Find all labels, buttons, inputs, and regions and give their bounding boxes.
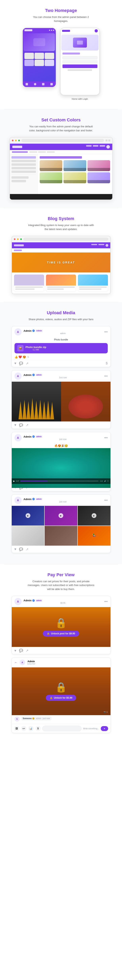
ppv1-like-icon[interactable]: ♥ bbox=[14, 649, 16, 652]
food-post-user-info: Admin ✓ admin Just now bbox=[23, 374, 102, 379]
food-like-icon[interactable]: ♥ bbox=[14, 423, 16, 427]
ppv1-user-info: Admin ✓ admin $9.95 bbox=[23, 599, 102, 604]
ppv1-avatar: A bbox=[14, 598, 22, 605]
grid-play-1[interactable]: ▶ bbox=[26, 513, 30, 518]
fullscreen-icon[interactable]: ⛶ bbox=[107, 480, 109, 482]
ppv1-share-icon[interactable]: ↗ bbox=[26, 649, 28, 652]
food-more-icon[interactable]: ••• bbox=[104, 374, 108, 378]
message-input-bar: 🖼 GIF 📊 $ Write something... ➤ bbox=[12, 724, 111, 733]
progress-fill bbox=[20, 481, 48, 481]
ppv1-comment-icon[interactable]: 💬 bbox=[19, 649, 23, 652]
file-name: Photo bundle zip bbox=[26, 346, 47, 348]
phone-right-label: Home with Login bbox=[60, 98, 100, 100]
creator-card-2 bbox=[64, 160, 86, 171]
ppv2-locked: 🔒 🔓 Unlock for $5.99 📷 1 bbox=[12, 667, 111, 715]
browser-dot-red bbox=[12, 140, 14, 141]
creator-card-3 bbox=[88, 160, 110, 171]
photo-attach-btn[interactable]: 🖼 bbox=[14, 726, 19, 731]
fries-image bbox=[12, 382, 61, 422]
zip-post-card: A Admin ✓ Admin admin ••• Photo bundle 📦… bbox=[11, 326, 111, 367]
zip-share-icon[interactable]: ↗ bbox=[26, 361, 28, 365]
creator-card-5 bbox=[64, 172, 86, 183]
grid-post-meta: just now bbox=[23, 501, 102, 503]
grid-like-icon[interactable]: ♥ bbox=[14, 547, 16, 551]
ppv-desc: Creators can set prices for their posts,… bbox=[27, 579, 95, 591]
blog-card-3 bbox=[78, 274, 108, 292]
homepage-phones-wrapper: Home with Login bbox=[4, 28, 118, 101]
phone-left bbox=[22, 28, 56, 88]
phone-right-banner bbox=[61, 35, 99, 51]
gif-attach-btn[interactable]: GIF bbox=[21, 726, 27, 731]
ppv-post-2: ← A Admin subscriber 🔒 🔓 Unlock for $5.9… bbox=[11, 657, 111, 733]
grid-comment-icon[interactable]: 💬 bbox=[19, 547, 23, 551]
creator-card-6 bbox=[88, 172, 110, 183]
ppv2-nav-header: ← A Admin subscriber bbox=[12, 658, 111, 667]
attach-icons-row: 🖼 GIF 📊 $ bbox=[14, 726, 41, 731]
blog-hero-text: TIME IS GREAT bbox=[47, 261, 75, 264]
phone-right-nav bbox=[61, 28, 99, 34]
browser-content bbox=[10, 154, 112, 194]
ppv1-more-icon[interactable]: ••• bbox=[104, 600, 108, 603]
ppv2-media-count: 📷 1 bbox=[103, 711, 108, 713]
poll-attach-btn[interactable]: 📊 bbox=[28, 726, 33, 731]
video-post-card: A Admin ✓ admin just now ••• 🔥😍🎉😊 ▶ ▶ 0:… bbox=[11, 432, 111, 491]
blog-nav bbox=[12, 242, 110, 248]
ppv2-back-icon[interactable]: ← bbox=[14, 661, 18, 664]
phone-left-banner bbox=[23, 33, 55, 51]
video-play-icon[interactable]: ▶ bbox=[13, 480, 15, 482]
grid-post-user-info: Admin ✓ admin just now bbox=[23, 498, 102, 503]
grid-cell-6: 🦆 bbox=[78, 526, 111, 546]
volume-icon[interactable]: 🔊 bbox=[104, 480, 106, 482]
zip-post-header: A Admin ✓ Admin admin ••• bbox=[12, 326, 111, 337]
grid-cell-5 bbox=[45, 526, 77, 546]
browser-sidebar bbox=[10, 154, 38, 194]
progress-bar[interactable] bbox=[20, 481, 99, 481]
zip-comment-icon[interactable]: 💬 bbox=[19, 361, 23, 365]
browser-nav bbox=[10, 144, 112, 150]
browser-dot-yellow bbox=[15, 140, 17, 141]
comment-row-1: S Someone 😊 admin just now bbox=[14, 716, 108, 722]
video-emojis: 🔥😍🎉😊 bbox=[12, 443, 111, 448]
food-post-meta: Just now bbox=[23, 377, 102, 379]
grid-verified-badge: ✓ bbox=[32, 498, 35, 500]
food-post-actions: ♥ 💬 ↗ bbox=[12, 422, 111, 429]
video-player[interactable]: ▶ ▶ 0:47 1:12 🔊 ⛶ bbox=[12, 448, 111, 484]
zip-reactions: 👍 ❤️ 😍 5 bbox=[12, 354, 111, 360]
video-time-current: 0:47 bbox=[16, 480, 19, 482]
ppv2-header-info: Admin subscriber bbox=[27, 660, 36, 665]
video-post-user-info: Admin ✓ admin just now bbox=[23, 435, 102, 441]
video-more-icon[interactable]: ••• bbox=[104, 436, 108, 439]
grid-play-2[interactable]: ▶ bbox=[58, 513, 63, 518]
zip-post-actions: ♥ 💬 ↗ $ bbox=[12, 360, 111, 367]
blog-desc: Integrated Blog system to keep your user… bbox=[27, 223, 95, 231]
zip-more-icon[interactable]: ••• bbox=[104, 330, 108, 334]
ppv1-unlock-btn[interactable]: 🔓 Unlock post for $9.95 bbox=[43, 631, 79, 636]
dollar-attach-btn[interactable]: $ bbox=[36, 726, 41, 731]
food-share-icon[interactable]: ↗ bbox=[26, 423, 28, 427]
photo-bundle-label: Photo bundle bbox=[12, 337, 111, 342]
login-form-mock bbox=[61, 51, 99, 72]
zip-like-icon[interactable]: ♥ bbox=[14, 361, 16, 365]
burger-image bbox=[61, 382, 111, 422]
grid-share-icon[interactable]: ↗ bbox=[26, 547, 28, 551]
grid-post-username: Admin ✓ admin bbox=[23, 498, 102, 501]
message-input[interactable] bbox=[42, 726, 82, 731]
grid-post-header: A Admin ✓ admin just now ••• bbox=[12, 495, 111, 506]
food-comment-icon[interactable]: 💬 bbox=[19, 423, 23, 427]
file-size: 5.2 MB bbox=[26, 348, 47, 351]
ppv2-unlock-btn[interactable]: 🔓 Unlock for $5.99 bbox=[46, 695, 77, 701]
grid-more-icon[interactable]: ••• bbox=[104, 498, 108, 502]
browser-address-bar bbox=[22, 139, 104, 142]
browser-subnav bbox=[10, 150, 112, 154]
send-btn[interactable]: ➤ bbox=[101, 726, 108, 731]
phone-right-logo bbox=[62, 30, 70, 32]
ppv1-meta: $9.95 bbox=[23, 602, 102, 604]
food-verified-badge: ✓ bbox=[32, 374, 35, 376]
zip-dollar-icon[interactable]: $ bbox=[106, 361, 108, 365]
video-post-username: Admin ✓ admin bbox=[23, 435, 102, 438]
write-placeholder: Write something... bbox=[83, 727, 99, 730]
food-post-images bbox=[12, 382, 111, 422]
media-grid: ▶ ▶ ▶ 🦆 bbox=[12, 506, 111, 546]
grid-play-3[interactable]: ▶ bbox=[92, 513, 96, 518]
phone-left-wrapper bbox=[22, 28, 56, 95]
